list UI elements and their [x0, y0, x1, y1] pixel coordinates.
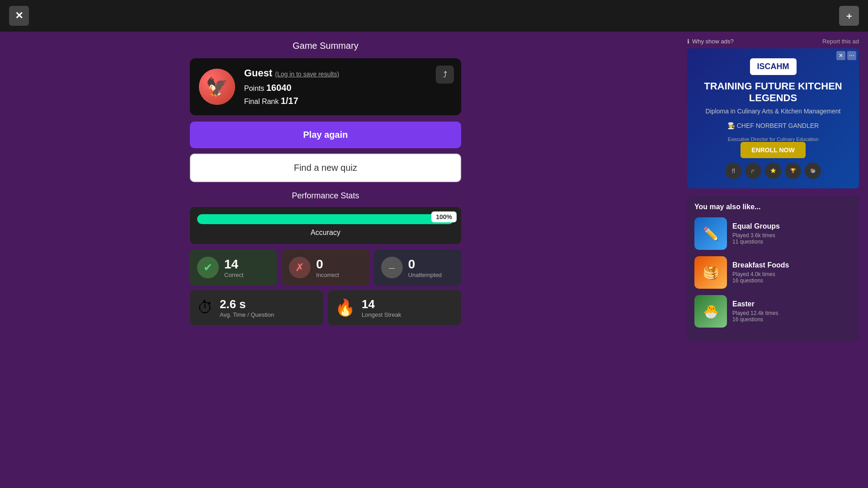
info-icon: ℹ — [687, 38, 689, 45]
correct-stat-card: ✔ 14 Correct — [190, 249, 277, 286]
bottom-stats: ⏱ 2.6 s Avg. Time / Question 🔥 14 Longes… — [190, 290, 461, 325]
points-row: Points 16040 — [244, 83, 452, 93]
avg-time-value: 2.6 s — [220, 297, 274, 311]
why-ads: ℹ Why show ads? — [687, 38, 734, 45]
avg-time-label: Avg. Time / Question — [220, 311, 274, 318]
user-info: Guest (Log in to save results) Points 16… — [244, 67, 452, 106]
unattempted-stat-info: 0 Unattempted — [408, 257, 442, 278]
quiz-item-breakfast-foods[interactable]: 🥞 Breakfast Foods Played 4.0k times 16 q… — [694, 256, 852, 289]
ad-enroll-button[interactable]: ENROLL NOW — [741, 142, 805, 158]
quiz-meta-equal-groups: Played 3.6k times 11 questions — [732, 232, 852, 245]
avg-time-info: 2.6 s Avg. Time / Question — [220, 297, 274, 318]
progress-bar-background — [197, 214, 454, 224]
also-like-title: You may also like... — [694, 203, 852, 211]
right-sidebar: ℹ Why show ads? Report this ad ✕ ⋯ ISCAH… — [687, 32, 859, 347]
main-content: Game Summary 🦅 Guest (Log in to save res… — [190, 32, 461, 334]
performance-stats-title: Performance Stats — [190, 191, 461, 201]
quiz-info-breakfast-foods: Breakfast Foods Played 4.0k times 16 que… — [732, 261, 852, 284]
ad-chef-title: Executive Director for Culinary Educatio… — [696, 136, 850, 142]
quiz-info-equal-groups: Equal Groups Played 3.6k times 11 questi… — [732, 222, 852, 245]
avatar: 🦅 — [199, 69, 235, 105]
ad-headline: TRAINING FUTURE KITCHEN LEGENDS — [696, 80, 850, 104]
unattempted-stat-card: – 0 Unattempted — [374, 249, 461, 286]
rank-row: Final Rank 1/17 — [244, 96, 452, 106]
quiz-thumbnail-easter: 🐣 — [694, 295, 727, 328]
rank-value: 1/17 — [281, 96, 298, 106]
correct-label: Correct — [224, 272, 244, 278]
top-bar: ✕ ＋ — [0, 0, 868, 32]
quiz-item-easter[interactable]: 🐣 Easter Played 12.4k times 16 questions — [694, 295, 852, 328]
ad-banner: ✕ ⋯ ISCAHM TRAINING FUTURE KITCHEN LEGEN… — [687, 48, 859, 188]
quiz-thumbnail-multiplication: ✏️ — [694, 217, 727, 250]
streak-icon: 🔥 — [335, 298, 355, 317]
quiz-title-breakfast-foods: Breakfast Foods — [732, 261, 852, 269]
quiz-title-easter: Easter — [732, 300, 852, 308]
streak-card: 🔥 14 Longest Streak — [328, 290, 461, 325]
unattempted-icon: – — [381, 257, 403, 278]
quiz-item-equal-groups[interactable]: ✏️ Equal Groups Played 3.6k times 11 que… — [694, 217, 852, 250]
incorrect-value: 0 — [316, 257, 339, 272]
login-link[interactable]: (Log in to save results) — [275, 70, 339, 78]
correct-value: 14 — [224, 257, 244, 272]
streak-info: 14 Longest Streak — [362, 297, 401, 318]
incorrect-stat-info: 0 Incorrect — [316, 257, 339, 278]
progress-bar-fill — [197, 214, 454, 224]
ad-logo-1: 🍴 — [725, 163, 741, 179]
quiz-info-easter: Easter Played 12.4k times 16 questions — [732, 300, 852, 323]
game-summary-title: Game Summary — [190, 41, 461, 51]
stats-grid: ✔ 14 Correct ✗ 0 Incorrect – 0 Unattempt… — [190, 249, 461, 286]
unattempted-value: 0 — [408, 257, 442, 272]
incorrect-stat-card: ✗ 0 Incorrect — [282, 249, 369, 286]
ad-overlay-buttons: ✕ ⋯ — [836, 51, 856, 60]
share-button[interactable]: ⤴ — [436, 66, 454, 84]
accuracy-percent-badge: 100% — [431, 211, 457, 222]
correct-stat-info: 14 Correct — [224, 257, 244, 278]
ad-logos-row: 🍴 🎓 ⭐ 🏆 📚 — [696, 163, 850, 179]
incorrect-label: Incorrect — [316, 272, 339, 278]
quiz-meta-breakfast-foods: Played 4.0k times 16 questions — [732, 271, 852, 284]
incorrect-icon: ✗ — [289, 257, 311, 278]
ad-more-button[interactable]: ⋯ — [847, 51, 856, 60]
report-ad-link[interactable]: Report this ad — [822, 38, 859, 45]
user-name: Guest (Log in to save results) — [244, 67, 452, 79]
streak-label: Longest Streak — [362, 311, 401, 318]
ad-close-button[interactable]: ✕ — [836, 51, 845, 60]
ad-chef-name: 👨‍🍳 CHEF NORBERT GANDLER — [696, 122, 850, 129]
quiz-meta-easter: Played 12.4k times 16 questions — [732, 310, 852, 323]
plus-button[interactable]: ＋ — [839, 6, 859, 26]
accuracy-container: 100% Accuracy — [190, 207, 461, 244]
ad-logo-2: 🎓 — [745, 163, 761, 179]
ad-logo-4: 🏆 — [785, 163, 801, 179]
ad-logo-5: 📚 — [805, 163, 821, 179]
ad-logo: ISCAHM — [750, 58, 797, 75]
avatar-image: 🦅 — [199, 69, 235, 105]
ad-logo-3: ⭐ — [765, 163, 781, 179]
streak-value: 14 — [362, 297, 401, 311]
correct-icon: ✔ — [197, 257, 219, 278]
quiz-title-equal-groups: Equal Groups — [732, 222, 852, 230]
user-card: 🦅 Guest (Log in to save results) Points … — [190, 58, 461, 115]
unattempted-label: Unattempted — [408, 272, 442, 278]
play-again-button[interactable]: Play again — [190, 122, 461, 148]
ads-header: ℹ Why show ads? Report this ad — [687, 38, 859, 45]
close-button[interactable]: ✕ — [9, 6, 29, 26]
find-quiz-button[interactable]: Find a new quiz — [190, 154, 461, 182]
avg-time-card: ⏱ 2.6 s Avg. Time / Question — [190, 290, 323, 325]
quiz-thumbnail-breakfast: 🥞 — [694, 256, 727, 289]
ad-subline: Diploma in Culinary Arts & Kitchen Manag… — [696, 108, 850, 115]
avg-time-icon: ⏱ — [197, 298, 213, 317]
accuracy-label: Accuracy — [197, 229, 454, 237]
ad-content: ISCAHM TRAINING FUTURE KITCHEN LEGENDS D… — [687, 49, 859, 188]
points-value: 16040 — [266, 83, 292, 93]
also-like-section: You may also like... ✏️ Equal Groups Pla… — [687, 196, 859, 341]
